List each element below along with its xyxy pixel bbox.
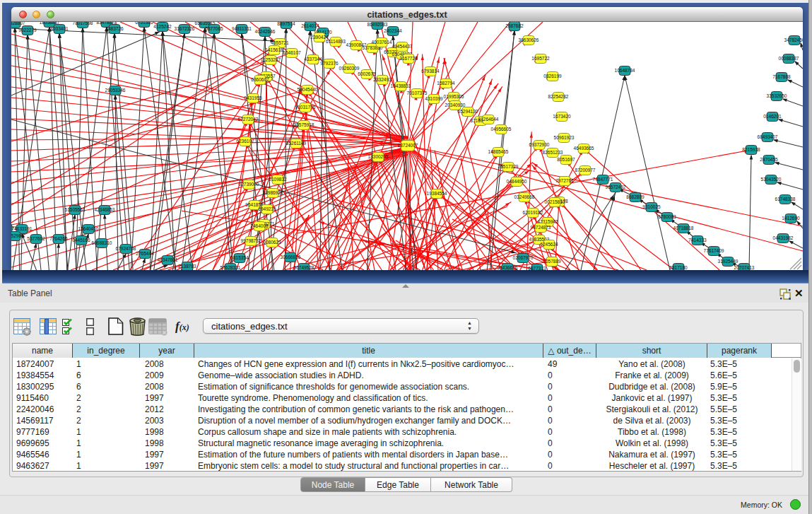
svg-text:31925449: 31925449 xyxy=(718,259,739,264)
svg-text:2687682: 2687682 xyxy=(505,23,524,28)
svg-text:7167868: 7167868 xyxy=(772,74,791,79)
svg-text:86492083: 86492083 xyxy=(367,22,388,27)
svg-text:9310025: 9310025 xyxy=(642,204,661,209)
svg-text:35575918: 35575918 xyxy=(294,122,314,127)
svg-text:87200977: 87200977 xyxy=(575,168,596,173)
svg-text:40037614: 40037614 xyxy=(372,40,392,45)
svg-text:65294130: 65294130 xyxy=(458,109,478,114)
svg-text:8897514: 8897514 xyxy=(277,22,295,26)
svg-text:6751361: 6751361 xyxy=(135,22,153,25)
svg-text:9792376: 9792376 xyxy=(320,61,339,66)
svg-text:10648784: 10648784 xyxy=(615,68,635,73)
svg-text:03249668: 03249668 xyxy=(514,194,535,199)
svg-text:18300295: 18300295 xyxy=(368,154,389,159)
svg-text:4655721: 4655721 xyxy=(271,40,289,45)
svg-text:16438831: 16438831 xyxy=(391,83,411,88)
svg-text:94724873: 94724873 xyxy=(531,225,551,230)
svg-text:1582794: 1582794 xyxy=(437,81,455,86)
svg-text:6002675: 6002675 xyxy=(358,71,376,76)
svg-text:82828807: 82828807 xyxy=(11,22,25,25)
svg-text:19384554: 19384554 xyxy=(427,191,447,196)
svg-text:00088387: 00088387 xyxy=(779,56,799,61)
svg-text:8215938: 8215938 xyxy=(742,147,760,152)
svg-text:57628331: 57628331 xyxy=(220,265,241,270)
svg-text:0431955: 0431955 xyxy=(244,95,262,100)
svg-text:4310399: 4310399 xyxy=(425,96,443,101)
svg-text:2470455: 2470455 xyxy=(760,157,778,162)
svg-text:99798732: 99798732 xyxy=(241,238,261,243)
svg-text:62019132: 62019132 xyxy=(523,210,543,215)
svg-text:8057889: 8057889 xyxy=(543,259,561,264)
svg-text:30666836: 30666836 xyxy=(281,255,301,259)
svg-text:6236107: 6236107 xyxy=(236,139,254,144)
svg-text:8682889: 8682889 xyxy=(626,194,645,199)
svg-text:7764265: 7764265 xyxy=(49,236,68,241)
svg-text:33532650: 33532650 xyxy=(767,93,787,98)
svg-text:6793814: 6793814 xyxy=(421,69,440,74)
svg-text:20707413: 20707413 xyxy=(734,265,755,270)
svg-text:36630626: 36630626 xyxy=(519,37,539,42)
svg-text:29053346: 29053346 xyxy=(105,88,126,93)
svg-text:77617409: 77617409 xyxy=(704,248,724,253)
svg-text:4125242: 4125242 xyxy=(153,24,172,29)
svg-text:04431982: 04431982 xyxy=(773,235,794,240)
svg-text:2402344: 2402344 xyxy=(384,28,402,33)
svg-text:2332493: 2332493 xyxy=(373,77,392,82)
svg-text:46347861: 46347861 xyxy=(158,257,178,262)
svg-text:50961923: 50961923 xyxy=(554,135,575,140)
svg-text:1412690: 1412690 xyxy=(782,216,800,221)
svg-text:8483726: 8483726 xyxy=(105,26,124,31)
svg-text:0445166: 0445166 xyxy=(72,238,90,243)
svg-text:67272042: 67272042 xyxy=(238,117,259,122)
svg-text:0080623: 0080623 xyxy=(263,240,281,245)
svg-text:2138783: 2138783 xyxy=(178,264,196,269)
svg-text:53043520: 53043520 xyxy=(761,177,782,182)
svg-text:4337344: 4337344 xyxy=(304,57,322,62)
svg-text:68493407: 68493407 xyxy=(758,134,778,139)
svg-text:7414333: 7414333 xyxy=(688,238,707,243)
svg-text:8051697: 8051697 xyxy=(557,157,575,162)
svg-text:42346853: 42346853 xyxy=(95,207,115,212)
svg-text:25517329: 25517329 xyxy=(498,164,519,169)
svg-text:34782450: 34782450 xyxy=(784,37,803,42)
svg-text:2464008: 2464008 xyxy=(250,223,269,228)
svg-text:00215810: 00215810 xyxy=(545,199,565,204)
svg-text:6780083: 6780083 xyxy=(658,214,676,219)
svg-text:7972761: 7972761 xyxy=(555,178,574,183)
svg-text:38986928: 38986928 xyxy=(263,190,283,195)
svg-text:18724007: 18724007 xyxy=(398,143,418,148)
svg-text:69372930: 69372930 xyxy=(529,142,550,147)
svg-text:1673420: 1673420 xyxy=(553,114,571,119)
svg-text:40718818: 40718818 xyxy=(673,226,694,230)
svg-text:1415618: 1415618 xyxy=(265,47,283,52)
svg-text:6546107: 6546107 xyxy=(283,50,301,55)
svg-text:81264644: 81264644 xyxy=(478,117,499,122)
svg-text:6949235: 6949235 xyxy=(258,206,276,211)
svg-text:11253287: 11253287 xyxy=(261,57,281,62)
svg-text:5377602: 5377602 xyxy=(27,236,45,241)
svg-text:74633191: 74633191 xyxy=(12,226,33,231)
svg-text:40242646: 40242646 xyxy=(255,29,276,34)
svg-text:3167723: 3167723 xyxy=(399,56,418,61)
svg-text:6245624: 6245624 xyxy=(540,242,558,247)
svg-text:8452984: 8452984 xyxy=(11,233,24,238)
svg-text:61114893: 61114893 xyxy=(326,39,346,44)
svg-text:02739000: 02739000 xyxy=(239,182,259,187)
svg-text:5815354: 5815354 xyxy=(230,255,249,260)
svg-text:5877065: 5877065 xyxy=(205,26,223,31)
svg-text:02067970: 02067970 xyxy=(513,255,534,260)
svg-text:46493665: 46493665 xyxy=(574,146,594,151)
svg-text:8033401: 8033401 xyxy=(50,26,69,31)
svg-text:74847771: 74847771 xyxy=(593,177,613,182)
svg-text:2614014: 2614014 xyxy=(301,23,319,28)
svg-text:91031776: 91031776 xyxy=(295,105,316,110)
svg-text:78017598: 78017598 xyxy=(73,22,93,25)
svg-text:96572492: 96572492 xyxy=(606,185,626,189)
svg-text:31672326: 31672326 xyxy=(175,26,195,31)
svg-text:2817180: 2817180 xyxy=(669,265,688,270)
svg-text:01995305: 01995305 xyxy=(444,94,464,99)
svg-text:70107375: 70107375 xyxy=(407,90,428,95)
svg-text:49454437: 49454437 xyxy=(392,44,413,49)
svg-text:6360607: 6360607 xyxy=(251,77,269,82)
svg-text:15640410: 15640410 xyxy=(78,226,99,231)
